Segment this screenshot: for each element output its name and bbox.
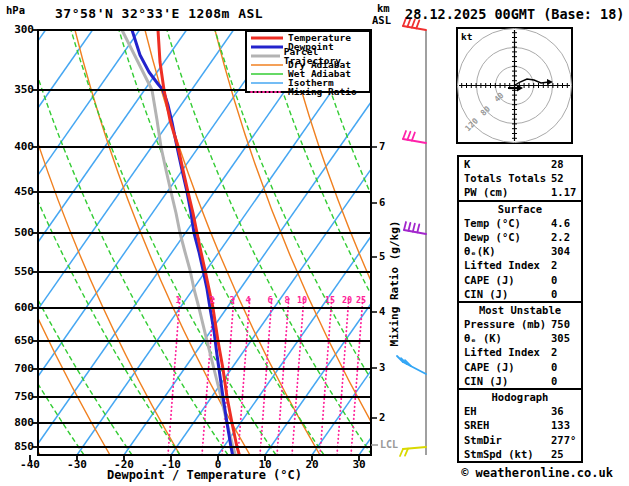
table-row-value: 305 [551, 331, 570, 345]
wind-barb [397, 356, 426, 374]
pressure-tick-label: 450 [4, 185, 34, 198]
table-row: StmSpd (kt)25 [459, 447, 581, 461]
pressure-tick-label: 400 [4, 140, 34, 153]
mixing-ratio-value-label: 2 [203, 295, 221, 305]
legend-line-sample [250, 52, 280, 60]
table-row-value: 25 [551, 447, 564, 461]
pressure-tick-label: 750 [4, 390, 34, 403]
table-row-label: CAPE (J) [464, 273, 515, 287]
pressure-tick-label: 600 [4, 301, 34, 314]
legend: TemperatureDewpointParcel TrajectoryDry … [245, 30, 371, 93]
table-row: θₑ (K)305 [459, 331, 581, 345]
wind-barb [404, 222, 426, 234]
table-row: Lifted Index2 [459, 345, 581, 359]
table-row-label: Pressure (mb) [464, 317, 546, 331]
table-row: Pressure (mb)750 [459, 317, 581, 331]
copyright-footer: © weatheronline.co.uk [442, 466, 629, 480]
altitude-unit-asl: ASL [372, 14, 391, 26]
km-tick-label: 2 [379, 411, 385, 423]
table-row-value: 750 [551, 317, 570, 331]
pressure-tick-label: 350 [4, 83, 34, 96]
table-row-label: Dewp (°C) [464, 230, 521, 244]
mixing-ratio-value-label: 15 [321, 295, 339, 305]
table-row-value: 0 [551, 287, 557, 301]
legend-line-sample [250, 79, 284, 87]
pressure-unit-label: hPa [6, 4, 25, 16]
temp-tick-label: 10 [248, 458, 282, 471]
table-row-label: StmDir [464, 433, 502, 447]
pressure-tick-label: 500 [4, 226, 34, 239]
mixing-ratio-line [292, 296, 304, 455]
table-row-value: 2 [551, 258, 557, 272]
km-tick-label: 5 [379, 250, 385, 262]
pressure-tick-label: 550 [4, 265, 34, 278]
table-section-header: Hodograph [459, 390, 581, 404]
table-section: Most UnstablePressure (mb)750θₑ (K)305Li… [459, 303, 581, 390]
pressure-tick-label: 300 [4, 23, 34, 36]
km-tick-label: 6 [379, 196, 385, 208]
table-row-value: 2.2 [551, 230, 570, 244]
legend-line-sample [250, 88, 284, 96]
legend-line-sample [250, 43, 284, 51]
table-row: θₑ(K)304 [459, 244, 581, 258]
table-row-label: EH [464, 404, 477, 418]
temp-tick-label: 20 [295, 458, 329, 471]
hodograph: 4080120 [457, 28, 572, 143]
temp-tick-label: 0 [201, 458, 235, 471]
table-section: K28Totals Totals52PW (cm)1.17 [459, 157, 581, 202]
table-row: CIN (J)0 [459, 287, 581, 301]
km-tick-label: 7 [379, 140, 385, 152]
table-row-value: 0 [551, 374, 557, 388]
table-row: SREH133 [459, 418, 581, 432]
table-row-label: StmSpd (kt) [464, 447, 534, 461]
table-row: EH36 [459, 404, 581, 418]
table-row-label: Temp (°C) [464, 216, 521, 230]
temp-tick-label: -10 [154, 458, 188, 471]
mixing-ratio-value-label: 4 [239, 295, 257, 305]
pressure-tick-label: 800 [4, 416, 34, 429]
table-row-label: CIN (J) [464, 287, 508, 301]
table-row-value: 52 [551, 171, 564, 185]
pressure-tick-label: 850 [4, 440, 34, 453]
legend-line-sample [250, 34, 284, 42]
table-row-value: 0 [551, 273, 557, 287]
table-row-label: Lifted Index [464, 258, 540, 272]
table-row-label: CAPE (J) [464, 360, 515, 374]
mixing-ratio-value-label: 6 [261, 295, 279, 305]
hodograph-unit-label: kt [461, 31, 472, 42]
table-row: PW (cm)1.17 [459, 185, 581, 199]
table-row: Lifted Index2 [459, 258, 581, 272]
table-section-header: Most Unstable [459, 303, 581, 317]
legend-item-label: Mixing Ratio [288, 87, 357, 96]
table-row-value: 277° [551, 433, 576, 447]
mixing-ratio-line [168, 296, 180, 455]
table-row: Dewp (°C)2.2 [459, 230, 581, 244]
pressure-tick-label: 700 [4, 362, 34, 375]
temp-tick-label: -40 [13, 458, 47, 471]
temperature-curve [158, 30, 240, 457]
table-row-label: θₑ (K) [464, 331, 502, 345]
table-row: K28 [459, 157, 581, 171]
temp-tick-label: -20 [107, 458, 141, 471]
table-row-label: CIN (J) [464, 374, 508, 388]
temp-tick-label: 30 [342, 458, 376, 471]
mixing-ratio-value-label: 1 [169, 295, 187, 305]
table-row-label: SREH [464, 418, 489, 432]
table-row-value: 133 [551, 418, 570, 432]
table-row: CIN (J)0 [459, 374, 581, 388]
mixing-ratio-axis-title: Mixing Ratio (g/kg) [388, 219, 401, 349]
mixing-ratio-value-label: 25 [352, 295, 370, 305]
run-date-label: 28.12.2025 00GMT (Base: 18) [405, 6, 624, 22]
temp-tick-label: -30 [60, 458, 94, 471]
km-tick-label: 3 [379, 361, 385, 373]
table-row-label: Lifted Index [464, 345, 540, 359]
km-tick-label: 4 [379, 305, 385, 317]
table-row: CAPE (J)0 [459, 360, 581, 374]
table-row-value: 304 [551, 244, 570, 258]
table-row-label: Totals Totals [464, 171, 546, 185]
wind-barb [403, 131, 426, 143]
table-section: SurfaceTemp (°C)4.6Dewp (°C)2.2θₑ(K)304L… [459, 202, 581, 303]
table-row-value: 2 [551, 345, 557, 359]
lcl-label: LCL [380, 439, 398, 450]
table-row: CAPE (J)0 [459, 273, 581, 287]
